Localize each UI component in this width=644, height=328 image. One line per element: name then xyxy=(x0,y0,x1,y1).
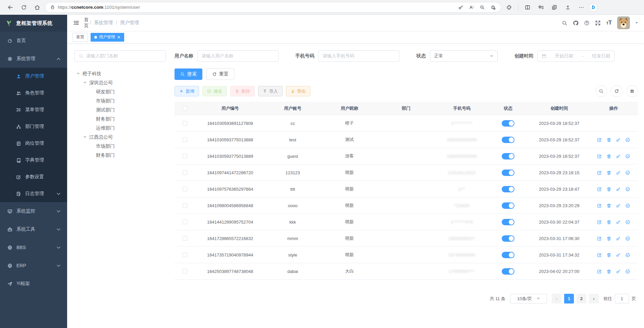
sidebar-fold-icon[interactable] xyxy=(73,20,79,26)
tag-item[interactable]: 首页 xyxy=(72,33,88,42)
row-assign-role-icon[interactable] xyxy=(625,154,630,159)
copilot-bing-icon[interactable]: b xyxy=(589,3,598,12)
status-toggle[interactable] xyxy=(502,137,514,143)
sidebar-item-tool[interactable]: 系统工具 xyxy=(0,220,67,238)
read-aloud-icon[interactable] xyxy=(467,3,476,12)
status-toggle[interactable] xyxy=(502,120,514,127)
status-select[interactable]: 正常 xyxy=(430,50,498,62)
next-page-button[interactable]: › xyxy=(589,294,599,303)
sidebar-item-post[interactable]: 岗位管理 xyxy=(0,135,67,152)
help-icon[interactable] xyxy=(584,20,590,26)
row-assign-role-icon[interactable] xyxy=(625,203,630,208)
sidebar-item-menu[interactable]: 菜单管理 xyxy=(0,101,67,118)
export-button[interactable]: 导出 xyxy=(286,86,310,96)
sidebar-item-system[interactable]: 系统管理 xyxy=(0,50,67,68)
row-checkbox[interactable] xyxy=(183,187,187,191)
row-reset-password-icon[interactable] xyxy=(616,203,621,208)
import-button[interactable]: 导入 xyxy=(258,86,283,96)
row-reset-password-icon[interactable] xyxy=(616,236,621,241)
delete-button[interactable]: 删除 xyxy=(230,86,255,96)
search-button[interactable]: 搜索 xyxy=(175,68,202,80)
row-checkbox[interactable] xyxy=(183,252,187,257)
favorites-icon[interactable] xyxy=(535,2,547,13)
fullscreen-icon[interactable] xyxy=(595,20,601,26)
row-edit-icon[interactable] xyxy=(597,269,602,274)
status-toggle[interactable] xyxy=(502,219,514,225)
row-assign-role-icon[interactable] xyxy=(625,170,630,175)
row-assign-role-icon[interactable] xyxy=(625,252,630,257)
favorite-add-icon[interactable] xyxy=(488,3,498,12)
row-checkbox[interactable] xyxy=(183,137,187,142)
tree-node[interactable]: 财务部门 xyxy=(75,151,166,160)
sidebar-item-yi[interactable]: Yi框架 xyxy=(0,275,67,293)
status-toggle[interactable] xyxy=(502,235,514,242)
address-bar[interactable]: https://ccnetcore.com:1101/system/user xyxy=(45,2,501,13)
row-delete-icon[interactable] xyxy=(606,187,611,192)
goto-page-input[interactable]: 1 xyxy=(615,294,629,303)
page-button-2[interactable]: 2 xyxy=(577,294,586,303)
row-delete-icon[interactable] xyxy=(606,252,611,257)
row-reset-password-icon[interactable] xyxy=(616,170,621,175)
row-assign-role-icon[interactable] xyxy=(625,236,630,241)
status-toggle[interactable] xyxy=(502,186,514,192)
row-delete-icon[interactable] xyxy=(606,236,611,241)
breadcrumb-item[interactable]: 首页 xyxy=(84,17,87,29)
browser-refresh-button[interactable] xyxy=(18,2,30,13)
refresh-table-icon[interactable] xyxy=(611,85,623,97)
row-delete-icon[interactable] xyxy=(606,220,611,225)
tree-node[interactable]: 市场部门 xyxy=(75,96,166,105)
row-edit-icon[interactable] xyxy=(597,203,602,208)
sidebar-item-monitor[interactable]: 系统监控 xyxy=(0,202,67,220)
browser-profile-icon[interactable] xyxy=(562,2,574,13)
github-icon[interactable] xyxy=(573,20,579,26)
sidebar-item-role[interactable]: 角色管理 xyxy=(0,85,67,101)
browser-menu-icon[interactable] xyxy=(576,2,587,13)
row-edit-icon[interactable] xyxy=(597,137,602,142)
sidebar-item-log[interactable]: 日志管理 xyxy=(0,185,67,202)
prev-page-button[interactable]: ‹ xyxy=(552,294,561,303)
password-key-icon[interactable] xyxy=(456,3,465,12)
tree-node[interactable]: 江西总公司 xyxy=(75,133,166,142)
sidebar-item-bbs[interactable]: BBS xyxy=(0,238,67,256)
status-toggle[interactable] xyxy=(502,170,514,176)
tree-node[interactable]: 测试部门 xyxy=(75,105,166,114)
row-reset-password-icon[interactable] xyxy=(616,220,621,225)
row-checkbox[interactable] xyxy=(183,121,187,126)
tag-close-icon[interactable]: ✕ xyxy=(117,35,120,39)
row-assign-role-icon[interactable] xyxy=(625,137,630,142)
tree-node[interactable]: 深圳总公司 xyxy=(75,78,166,87)
reset-button[interactable]: 重置 xyxy=(206,68,234,80)
row-reset-password-icon[interactable] xyxy=(616,269,621,274)
row-delete-icon[interactable] xyxy=(606,137,611,142)
caret-down-icon[interactable] xyxy=(83,136,87,140)
row-assign-role-icon[interactable] xyxy=(625,187,630,192)
row-checkbox[interactable] xyxy=(183,220,187,224)
caret-down-icon[interactable] xyxy=(83,82,87,85)
row-reset-password-icon[interactable] xyxy=(616,252,621,257)
row-checkbox[interactable] xyxy=(183,203,187,208)
row-checkbox[interactable] xyxy=(183,154,187,158)
select-all-checkbox[interactable] xyxy=(183,106,187,111)
row-delete-icon[interactable] xyxy=(606,170,611,175)
tree-node[interactable]: 运维部门 xyxy=(75,124,166,133)
row-delete-icon[interactable] xyxy=(606,269,611,274)
row-edit-icon[interactable] xyxy=(597,236,602,241)
row-reset-password-icon[interactable] xyxy=(616,137,621,142)
caret-down-icon[interactable] xyxy=(77,73,80,76)
row-reset-password-icon[interactable] xyxy=(616,154,621,159)
show-search-toggle-icon[interactable] xyxy=(595,85,607,97)
tree-node[interactable]: 财务部门 xyxy=(75,114,166,124)
sidebar-item-home[interactable]: 首页 xyxy=(0,32,67,50)
zoom-out-icon[interactable] xyxy=(478,3,487,12)
row-edit-icon[interactable] xyxy=(597,170,602,175)
tree-node[interactable]: 橙子科技 xyxy=(75,69,166,78)
status-toggle[interactable] xyxy=(502,268,514,275)
row-assign-role-icon[interactable] xyxy=(625,269,630,274)
row-edit-icon[interactable] xyxy=(597,187,602,192)
status-toggle[interactable] xyxy=(502,252,514,258)
row-reset-password-icon[interactable] xyxy=(616,187,621,192)
split-screen-icon[interactable] xyxy=(522,2,533,13)
row-delete-icon[interactable] xyxy=(606,203,611,208)
tag-active[interactable]: 用户管理✕ xyxy=(91,33,124,42)
row-edit-icon[interactable] xyxy=(597,154,602,159)
